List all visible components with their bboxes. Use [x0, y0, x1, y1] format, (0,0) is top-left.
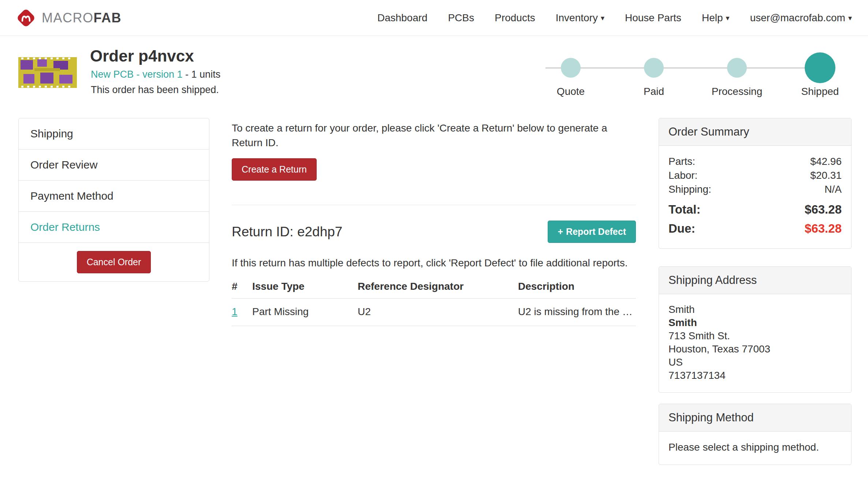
- summary-parts-label: Parts:: [668, 155, 695, 169]
- nav-help[interactable]: Help▾: [702, 12, 730, 24]
- step-processing-label: Processing: [712, 86, 763, 97]
- page: MACROFAB Dashboard PCBs Products Invento…: [0, 0, 868, 488]
- pcb-thumbnail: [18, 57, 77, 88]
- nav-pcbs[interactable]: PCBs: [448, 12, 474, 24]
- summary-labor-label: Labor:: [668, 169, 697, 182]
- stepper-line: [545, 67, 821, 69]
- divider: [232, 205, 636, 205]
- return-id-row: Return ID: e2dhp7 +Report Defect: [232, 221, 636, 243]
- shipping-method-title: Shipping Method: [659, 404, 851, 432]
- cancel-order-cell: Cancel Order: [19, 243, 209, 281]
- defect-description: U2 is missing from the …: [518, 299, 636, 326]
- macrofab-logo-icon: [15, 7, 37, 29]
- order-section-nav: Shipping Order Review Payment Method Ord…: [18, 118, 209, 282]
- main-nav: Dashboard PCBs Products Inventory▾ House…: [377, 12, 852, 24]
- nav-help-label: Help: [702, 12, 723, 23]
- sidebar-item-payment-method[interactable]: Payment Method: [19, 180, 209, 211]
- cancel-order-button[interactable]: Cancel Order: [77, 251, 151, 273]
- address-phone: 7137137134: [668, 369, 842, 382]
- brand-fab: FAB: [94, 10, 122, 25]
- address-country: US: [668, 356, 842, 369]
- defects-table-header-row: # Issue Type Reference Designator Descri…: [232, 281, 636, 299]
- defect-table-row: 1 Part Missing U2 U2 is missing from the…: [232, 299, 636, 326]
- summary-row-parts: Parts: $42.96: [668, 155, 842, 169]
- order-summary-title: Order Summary: [659, 118, 851, 146]
- defects-table: # Issue Type Reference Designator Descri…: [232, 281, 636, 326]
- summary-total-label: Total:: [668, 200, 700, 219]
- nav-user-email: user@macrofab.com: [750, 12, 845, 23]
- col-header-num: #: [232, 281, 252, 299]
- summary-labor-value: $20.31: [810, 169, 842, 182]
- create-return-button[interactable]: Create a Return: [232, 158, 317, 181]
- summary-shipping-value: N/A: [824, 182, 842, 196]
- order-status-text: This order has been shipped.: [91, 83, 219, 97]
- top-navbar: MACROFAB Dashboard PCBs Products Invento…: [0, 0, 868, 36]
- shipping-address-title: Shipping Address: [659, 267, 851, 294]
- defect-row-link[interactable]: 1: [232, 306, 238, 317]
- caret-down-icon: ▾: [726, 14, 730, 22]
- summary-due-label: Due:: [668, 219, 695, 238]
- sidebar-item-order-review[interactable]: Order Review: [19, 149, 209, 180]
- col-header-reference-designator: Reference Designator: [358, 281, 518, 299]
- address-name: Smith: [668, 303, 842, 316]
- summary-shipping-label: Shipping:: [668, 182, 711, 196]
- step-shipped-label: Shipped: [801, 86, 839, 97]
- shipping-method-card: Shipping Method Please select a shipping…: [659, 404, 852, 465]
- address-city-state-zip: Houston, Texas 77003: [668, 343, 842, 356]
- summary-row-labor: Labor: $20.31: [668, 169, 842, 182]
- step-quote-label: Quote: [557, 86, 585, 97]
- nav-products[interactable]: Products: [495, 12, 535, 24]
- caret-down-icon: ▾: [848, 14, 852, 22]
- step-quote-dot: [561, 58, 581, 78]
- multiple-defects-note: If this return has multiple defects to r…: [232, 256, 636, 270]
- address-street: 713 Smith St.: [668, 329, 842, 343]
- nav-inventory[interactable]: Inventory▾: [556, 12, 604, 24]
- pcb-version-link[interactable]: New PCB - version 1: [91, 69, 183, 80]
- shipping-address-card: Shipping Address Smith Smith 713 Smith S…: [659, 266, 852, 393]
- summary-due-value: $63.28: [805, 219, 842, 238]
- order-summary-body: Parts: $42.96 Labor: $20.31 Shipping: N/…: [659, 146, 851, 248]
- address-company: Smith: [668, 316, 842, 329]
- defect-reference-designator: U2: [358, 299, 518, 326]
- order-summary-card: Order Summary Parts: $42.96 Labor: $20.3…: [659, 118, 852, 249]
- step-paid-label: Paid: [644, 86, 664, 97]
- summary-row-due: Due: $63.28: [668, 219, 842, 238]
- nav-dashboard[interactable]: Dashboard: [377, 12, 428, 24]
- shipping-method-body: Please select a shipping method.: [659, 432, 851, 465]
- nav-house-parts[interactable]: House Parts: [625, 12, 681, 24]
- order-units: - 1 units: [183, 69, 221, 80]
- nav-inventory-label: Inventory: [556, 12, 598, 23]
- returns-panel: To create a return for your order, pleas…: [232, 121, 636, 326]
- order-title: Order p4nvcx: [90, 47, 194, 65]
- brand-wordmark: MACROFAB: [42, 10, 122, 26]
- report-defect-label: Report Defect: [566, 226, 626, 237]
- step-paid-dot: [644, 58, 664, 78]
- order-subtitle: New PCB - version 1 - 1 units: [91, 67, 220, 81]
- shipping-address-body: Smith Smith 713 Smith St. Houston, Texas…: [659, 294, 851, 392]
- step-shipped-dot: [805, 52, 835, 83]
- nav-user-menu[interactable]: user@macrofab.com▾: [750, 12, 852, 24]
- sidebar-item-shipping[interactable]: Shipping: [19, 118, 209, 149]
- return-id-heading: Return ID: e2dhp7: [232, 224, 342, 240]
- summary-row-total: Total: $63.28: [668, 200, 842, 219]
- plus-icon: +: [558, 226, 563, 237]
- macrofab-logo[interactable]: MACROFAB: [15, 7, 122, 29]
- caret-down-icon: ▾: [601, 14, 604, 22]
- col-header-issue-type: Issue Type: [252, 281, 358, 299]
- summary-total-value: $63.28: [805, 200, 842, 219]
- sidebar-item-order-returns[interactable]: Order Returns: [19, 211, 209, 243]
- brand-macro: MACRO: [42, 10, 94, 25]
- defect-issue-type: Part Missing: [252, 299, 358, 326]
- step-processing-dot: [727, 58, 747, 78]
- summary-parts-value: $42.96: [810, 155, 842, 169]
- report-defect-button[interactable]: +Report Defect: [548, 221, 636, 243]
- summary-row-shipping: Shipping: N/A: [668, 182, 842, 196]
- col-header-description: Description: [518, 281, 636, 299]
- returns-intro-text: To create a return for your order, pleas…: [232, 121, 636, 150]
